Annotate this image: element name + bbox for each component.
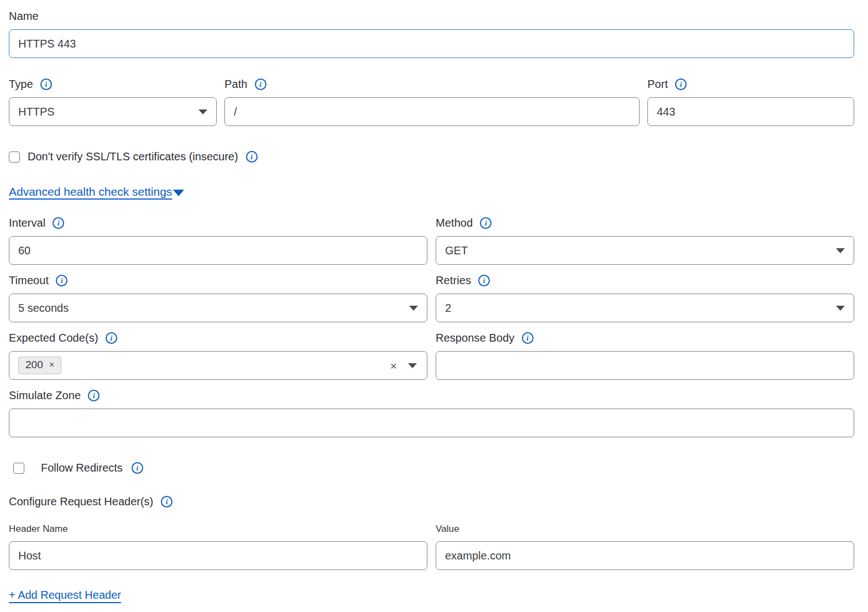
header-value-label: Value (436, 524, 459, 535)
follow-redirects-checkbox[interactable] (13, 463, 24, 474)
chevron-down-icon (836, 248, 845, 253)
clear-all-icon[interactable]: × (390, 360, 397, 372)
path-label: Path (224, 78, 248, 91)
port-input[interactable] (647, 97, 854, 126)
name-input[interactable] (9, 29, 854, 58)
interval-label: Interval (9, 217, 45, 229)
info-icon[interactable]: i (40, 79, 52, 90)
retries-field: Retries i 2 (436, 274, 854, 322)
advanced-settings-row: Advanced health check settings (9, 185, 854, 198)
codes-body-row: Expected Code(s) i 200 × × Response Body… (9, 332, 854, 380)
add-request-header-link[interactable]: + Add Request Header (9, 589, 121, 601)
add-header-row: + Add Request Header (9, 589, 854, 601)
ssl-verify-checkbox[interactable] (9, 151, 20, 163)
type-label: Type (9, 78, 33, 91)
info-icon[interactable]: i (132, 462, 143, 474)
type-select[interactable]: HTTPS (9, 97, 217, 126)
timeout-retries-row: Timeout i 5 seconds Retries i 2 (9, 274, 854, 322)
method-label: Method (436, 217, 473, 229)
advanced-settings-section: Interval i Method i GET Timeout i 5 seco… (9, 217, 854, 612)
header-name-field: Header Name (9, 524, 427, 570)
info-icon[interactable]: i (675, 79, 687, 90)
caret-down-icon (173, 190, 184, 196)
port-field: Port i (647, 78, 854, 126)
follow-redirects-label: Follow Redirects (41, 462, 123, 474)
response-body-label: Response Body (436, 332, 515, 344)
interval-method-row: Interval i Method i GET (9, 217, 854, 265)
path-input[interactable] (224, 97, 640, 126)
simulate-zone-field: Simulate Zone i (9, 389, 854, 437)
interval-field: Interval i (9, 217, 427, 265)
header-value-input[interactable] (436, 541, 854, 570)
simulate-zone-label: Simulate Zone (9, 389, 81, 402)
request-headers-title-row: Configure Request Header(s) i (9, 495, 854, 508)
info-icon[interactable]: i (161, 496, 172, 508)
method-field: Method i GET (436, 217, 854, 265)
name-field: Name (9, 10, 854, 58)
name-label: Name (9, 10, 39, 23)
info-icon[interactable]: i (480, 217, 491, 229)
response-body-input[interactable] (436, 351, 854, 380)
header-name-label: Header Name (9, 524, 68, 535)
info-icon[interactable]: i (246, 151, 258, 163)
type-path-port-row: Type i HTTPS Path i Port i (9, 78, 854, 126)
info-icon[interactable]: i (56, 275, 67, 286)
interval-input[interactable] (9, 236, 427, 265)
info-icon[interactable]: i (53, 217, 64, 229)
type-select-value: HTTPS (18, 106, 55, 118)
timeout-field: Timeout i 5 seconds (9, 274, 427, 322)
retries-select-value: 2 (445, 302, 451, 315)
timeout-select-value: 5 seconds (18, 302, 69, 315)
info-icon[interactable]: i (106, 332, 117, 344)
simulate-zone-input[interactable] (9, 409, 854, 437)
multiselect-controls: × (390, 352, 417, 379)
timeout-select[interactable]: 5 seconds (9, 294, 427, 322)
type-field: Type i HTTPS (9, 78, 217, 126)
ssl-verify-label: Don't verify SSL/TLS certificates (insec… (28, 150, 238, 163)
response-body-field: Response Body i (436, 332, 854, 380)
expected-codes-multiselect[interactable]: 200 × × (9, 351, 427, 380)
port-label: Port (647, 78, 668, 91)
header-name-input[interactable] (9, 541, 427, 570)
info-icon[interactable]: i (255, 79, 266, 90)
chevron-down-icon[interactable] (408, 363, 417, 368)
tag-remove-icon[interactable]: × (49, 360, 54, 369)
method-select-value: GET (445, 244, 468, 257)
request-headers-title: Configure Request Header(s) (9, 495, 153, 508)
path-field: Path i (224, 78, 640, 126)
expected-code-tag-value: 200 (25, 359, 43, 371)
info-icon[interactable]: i (88, 390, 100, 401)
info-icon[interactable]: i (522, 332, 534, 344)
expected-codes-label: Expected Code(s) (9, 332, 98, 344)
expected-codes-field: Expected Code(s) i 200 × × (9, 332, 427, 380)
chevron-down-icon (836, 306, 845, 311)
request-header-row: Header Name Value (9, 524, 854, 570)
expected-code-tag: 200 × (18, 357, 61, 374)
info-icon[interactable]: i (478, 275, 490, 286)
follow-redirects-row: Follow Redirects i (9, 462, 854, 474)
advanced-settings-link[interactable]: Advanced health check settings (9, 185, 172, 198)
timeout-label: Timeout (9, 274, 49, 287)
retries-label: Retries (436, 274, 471, 287)
retries-select[interactable]: 2 (436, 294, 854, 322)
header-value-field: Value (436, 524, 854, 570)
chevron-down-icon (409, 306, 418, 311)
name-label-row: Name (9, 10, 854, 23)
chevron-down-icon (198, 109, 207, 114)
ssl-verify-row: Don't verify SSL/TLS certificates (insec… (9, 150, 854, 163)
method-select[interactable]: GET (436, 236, 854, 265)
